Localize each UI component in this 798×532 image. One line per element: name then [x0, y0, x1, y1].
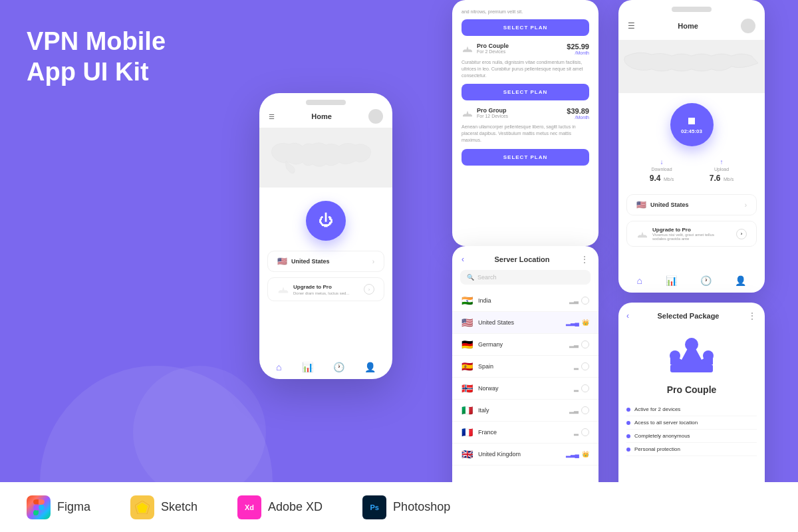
package-header: ‹ Selected Package ⋮	[626, 311, 757, 321]
feature-dot-4	[626, 448, 630, 452]
germany-name: Germany	[478, 341, 503, 348]
upload-arrow-icon: ↑	[710, 158, 733, 166]
norway-name: Norway	[478, 385, 499, 392]
server-header: ‹ Server Location ⋮	[452, 246, 598, 270]
select-plan-btn-1[interactable]: SELECT PLAN	[462, 19, 589, 36]
upgrade-title: Upgrade to Pro	[293, 284, 349, 290]
spain-select[interactable]	[581, 362, 589, 370]
country-row-france[interactable]: 🇫🇷 France ▂	[452, 422, 598, 444]
germany-flag: 🇩🇪	[462, 339, 473, 350]
italy-select[interactable]	[581, 406, 589, 414]
download-item: ↓ Download 9.4 Mb/s	[650, 158, 674, 184]
connected-nav-profile-icon[interactable]: 👤	[735, 275, 746, 286]
country-row-uk[interactable]: 🇬🇧 United Kingdom ▂▃▄ 👑	[452, 444, 598, 466]
italy-signal-icon: ▂▃	[569, 407, 579, 414]
country-row-us[interactable]: 🇺🇸 United States ▂▃▄ 👑	[452, 312, 598, 334]
france-select[interactable]	[581, 428, 589, 436]
nav-home-icon[interactable]: ⌂	[276, 362, 281, 372]
phone-notch	[306, 100, 346, 105]
search-icon: 🔍	[467, 274, 474, 281]
nav-history-icon[interactable]: 🕐	[333, 362, 344, 372]
plan1-price: $25.99	[567, 43, 589, 51]
country-row-germany[interactable]: 🇩🇪 Germany ▂▃	[452, 334, 598, 356]
map-area	[259, 128, 392, 188]
plan1-name: Pro Couple	[477, 43, 509, 49]
country-row-india[interactable]: 🇮🇳 India ▂▃	[452, 290, 598, 312]
plan2-crown-icon	[462, 108, 473, 118]
feature-item-1: Active for 2 devices	[626, 403, 757, 416]
photoshop-label: Photoshop	[393, 500, 450, 514]
connected-us-flag: 🇺🇸	[636, 200, 646, 209]
us-signal-icon: ▂▃▄	[566, 319, 579, 326]
country-row-italy[interactable]: 🇮🇹 Italy ▂▃	[452, 400, 598, 422]
india-select[interactable]	[581, 297, 589, 305]
connected-location-chevron: ›	[745, 201, 747, 209]
sketch-tool: Sketch	[130, 495, 198, 519]
france-signal-icon: ▂	[574, 429, 579, 436]
figma-tool: Figma	[27, 495, 90, 519]
connected-nav-stats-icon[interactable]: 📊	[666, 275, 677, 286]
power-button[interactable]: ⏻	[306, 201, 346, 241]
phone-main: ☰ Home ⏻ 🇺🇸 United States › Upgrade to P…	[259, 93, 392, 379]
location-row[interactable]: 🇺🇸 United States ›	[267, 251, 384, 272]
us-flag-server: 🇺🇸	[462, 317, 473, 328]
sketch-icon	[130, 495, 154, 519]
connected-location-name: United States	[650, 201, 689, 208]
download-arrow-icon: ↓	[650, 158, 674, 166]
location-name: United States	[291, 258, 330, 265]
upload-item: ↑ Upload 7.6 Mb/s	[710, 158, 733, 184]
power-button-area: ⏻	[259, 188, 392, 251]
norway-select[interactable]	[581, 384, 589, 392]
figma-icon	[27, 495, 51, 519]
search-bar[interactable]: 🔍 Search	[460, 270, 591, 285]
connected-notch	[672, 7, 712, 12]
feature-text-3: Completely anonymous	[634, 433, 690, 439]
ps-icon: Ps	[362, 495, 386, 519]
uk-crown-icon: 👑	[582, 451, 589, 458]
select-plan-btn-3[interactable]: SELECT PLAN	[462, 149, 589, 166]
us-crown-icon: 👑	[582, 319, 589, 326]
uk-flag: 🇬🇧	[462, 449, 473, 460]
uk-signal-icon: ▂▃▄	[566, 451, 579, 458]
nav-stats-icon[interactable]: 📊	[302, 362, 313, 372]
package-crown-icon	[665, 334, 718, 378]
plan2-desc: Aenean ullamcorper pellentesque libero, …	[462, 124, 589, 143]
main-title: VPN Mobile App UI Kit	[27, 27, 166, 87]
plan1-period: /Month	[567, 51, 589, 55]
connected-avatar	[741, 19, 755, 33]
country-row-norway[interactable]: 🇳🇴 Norway ▂	[452, 378, 598, 400]
us-flag: 🇺🇸	[277, 257, 287, 266]
country-row-spain[interactable]: 🇪🇸 Spain ▂	[452, 356, 598, 378]
timer-button[interactable]: ⏹ 02:45:03	[670, 103, 714, 146]
connected-header: ☰ Home	[618, 12, 765, 40]
germany-select[interactable]	[581, 340, 589, 348]
download-value: 9.4	[650, 174, 661, 183]
norway-signal-icon: ▂	[574, 385, 579, 392]
connected-nav-history-icon[interactable]: 🕐	[700, 275, 712, 286]
crown-big-area	[626, 328, 757, 384]
connected-menu-icon[interactable]: ☰	[628, 21, 635, 31]
stop-icon: ⏹	[686, 115, 697, 127]
nav-profile-icon[interactable]: 👤	[364, 362, 376, 372]
package-menu-icon[interactable]: ⋮	[747, 311, 757, 321]
upgrade-row[interactable]: Upgrade to Pro Doner diam metus, luctus …	[267, 277, 384, 301]
package-title: Selected Package	[629, 312, 747, 320]
connected-upgrade-title: Upgrade to Pro	[652, 227, 726, 233]
plan1-crown-icon	[462, 44, 473, 53]
connected-location-row[interactable]: 🇺🇸 United States ›	[626, 194, 757, 215]
download-unit: Mb/s	[664, 177, 674, 182]
connected-upgrade-row[interactable]: Upgrade to Pro Vivamus nisi velit, gravi…	[626, 221, 757, 247]
upload-unit: Mb/s	[724, 177, 733, 182]
select-plan-btn-2[interactable]: SELECT PLAN	[462, 84, 589, 100]
india-flag: 🇮🇳	[462, 295, 473, 306]
hamburger-icon[interactable]: ☰	[269, 113, 275, 120]
server-menu-icon[interactable]: ⋮	[580, 254, 589, 265]
phone-title: Home	[311, 112, 332, 120]
us-name: United States	[478, 319, 514, 326]
phone-connected: ☰ Home ⏹ 02:45:03 ↓ Download 9.4 Mb/s ↑ …	[618, 0, 765, 293]
pricing-card: and nitrows, premium velit sit. SELECT P…	[452, 0, 598, 246]
spain-signal-icon: ▂	[574, 363, 579, 370]
connected-title: Home	[678, 22, 698, 30]
connected-nav-home-icon[interactable]: ⌂	[637, 275, 642, 286]
connected-bottom-nav: ⌂ 📊 🕐 👤	[618, 275, 765, 286]
